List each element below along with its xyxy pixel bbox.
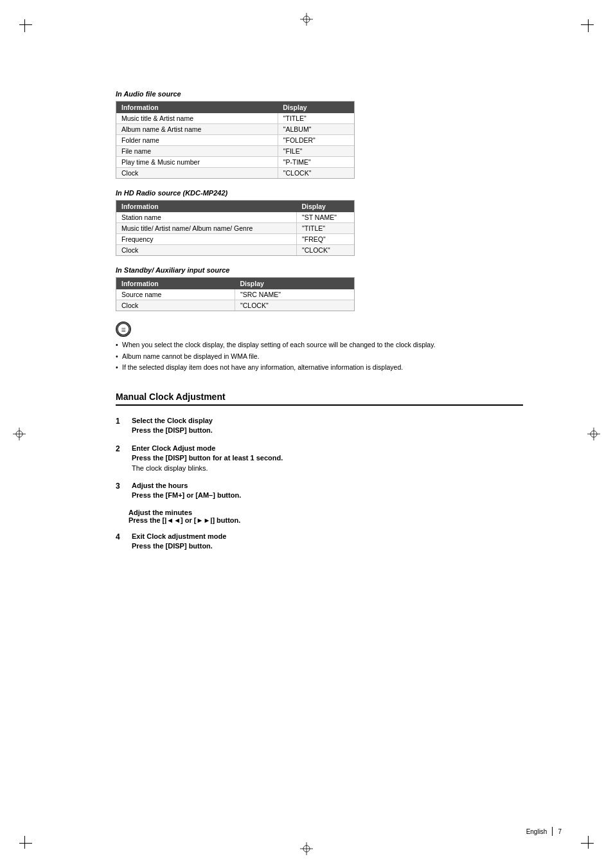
step-item: 3Adjust the hoursPress the [FM+] or [AM–…: [116, 481, 523, 501]
step-number: 4: [116, 532, 129, 552]
page-footer: English 7: [526, 827, 562, 836]
step-content: Exit Clock adjustment modePress the [DIS…: [132, 532, 523, 552]
step-label: Enter Clock Adjust mode: [132, 444, 523, 453]
audio-col-display: Display: [278, 102, 354, 113]
note-item: When you select the clock display, the d…: [116, 340, 523, 350]
note-item: If the selected display item does not ha…: [116, 363, 523, 372]
table-row: Clock"CLOCK": [116, 245, 354, 256]
hd-radio-section: In HD Radio source (KDC-MP242) Informati…: [116, 189, 523, 266]
language-label: English: [526, 828, 547, 835]
steps-list: 1Select the Clock displayPress the [DISP…: [116, 416, 523, 552]
step-label: Select the Clock display: [132, 416, 523, 426]
hd-radio-table-wrapper: Information Display Station name"ST NAME…: [116, 200, 355, 256]
corner-mark-br: [581, 836, 594, 849]
table-row: Source name"SRC NAME": [116, 289, 354, 300]
hd-col-display: Display: [296, 201, 354, 212]
step-content: Enter Clock Adjust modePress the [DISP] …: [132, 444, 523, 473]
table-row: Play time & Music number"P-TIME": [116, 157, 354, 168]
crosshair-right: [587, 428, 600, 440]
table-row: Music title & Artist name"TITLE": [116, 113, 354, 124]
table-row: Folder name"FOLDER": [116, 135, 354, 146]
page-number: 7: [558, 828, 562, 835]
table-row: Clock"CLOCK": [116, 168, 354, 179]
sub-step-instruction: Press the [|◄◄] or [►►|] button.: [129, 516, 523, 524]
crosshair-top: [300, 13, 313, 26]
standby-col-display: Display: [235, 278, 354, 289]
standby-table-wrapper: Information Display Source name"SRC NAME…: [116, 277, 355, 311]
standby-section: In Standby/ Auxiliary input source Infor…: [116, 266, 523, 321]
hd-col-info: Information: [116, 201, 296, 212]
table-row: Clock"CLOCK": [116, 300, 354, 311]
corner-mark-tl: [19, 19, 32, 32]
manual-clock-header: Manual Clock Adjustment: [116, 392, 523, 406]
step-instruction: Press the [DISP] button.: [132, 541, 523, 551]
sub-step-label: Adjust the minutes: [129, 509, 523, 516]
notes-list: When you select the clock display, the d…: [116, 340, 523, 372]
manual-clock-section: Manual Clock Adjustment 1Select the Cloc…: [116, 392, 523, 552]
step-item: 4Exit Clock adjustment modePress the [DI…: [116, 532, 523, 552]
step-item: 1Select the Clock displayPress the [DISP…: [116, 416, 523, 436]
step-number: 3: [116, 481, 129, 501]
step-label: Exit Clock adjustment mode: [132, 532, 523, 541]
standby-col-info: Information: [116, 278, 235, 289]
corner-mark-tr: [581, 19, 594, 32]
svg-text:≡: ≡: [121, 325, 125, 334]
step-number: 1: [116, 416, 129, 436]
audio-col-info: Information: [116, 102, 278, 113]
crosshair-left: [13, 428, 26, 440]
step-sub-text: The clock display blinks.: [132, 464, 523, 473]
table-row: Station name"ST NAME": [116, 212, 354, 223]
table-row: Frequency"FREQ": [116, 234, 354, 245]
footer-divider: [552, 827, 553, 836]
audio-table-wrapper: Information Display Music title & Artist…: [116, 101, 355, 179]
corner-mark-bl: [19, 836, 32, 849]
step-item: 2Enter Clock Adjust modePress the [DISP]…: [116, 444, 523, 473]
step-number: 2: [116, 444, 129, 473]
audio-table: Information Display Music title & Artist…: [116, 102, 354, 178]
hd-radio-section-title: In HD Radio source (KDC-MP242): [116, 189, 523, 197]
step-content: Select the Clock displayPress the [DISP]…: [132, 416, 523, 436]
standby-table: Information Display Source name"SRC NAME…: [116, 278, 354, 311]
manual-clock-title: Manual Clock Adjustment: [116, 392, 226, 402]
notes-section: ≡ When you select the clock display, the…: [116, 321, 523, 372]
audio-section-title: In Audio file source: [116, 90, 523, 98]
sub-step-item: Adjust the minutesPress the [|◄◄] or [►►…: [129, 509, 523, 524]
table-row: File name"FILE": [116, 146, 354, 157]
step-instruction: Press the [DISP] button.: [132, 426, 523, 435]
standby-section-title: In Standby/ Auxiliary input source: [116, 266, 523, 274]
note-item: Album name cannot be displayed in WMA fi…: [116, 352, 523, 361]
step-label: Adjust the hours: [132, 481, 523, 491]
table-row: Album name & Artist name"ALBUM": [116, 124, 354, 135]
step-content: Adjust the hoursPress the [FM+] or [AM–]…: [132, 481, 523, 501]
table-row: Music title/ Artist name/ Album name/ Ge…: [116, 223, 354, 234]
crosshair-bottom: [300, 842, 313, 855]
step-instruction: Press the [DISP] button for at least 1 s…: [132, 453, 523, 463]
hd-radio-table: Information Display Station name"ST NAME…: [116, 201, 354, 255]
note-icon: ≡: [116, 321, 131, 337]
audio-section: In Audio file source Information Display…: [116, 90, 523, 189]
step-instruction: Press the [FM+] or [AM–] button.: [132, 491, 523, 500]
